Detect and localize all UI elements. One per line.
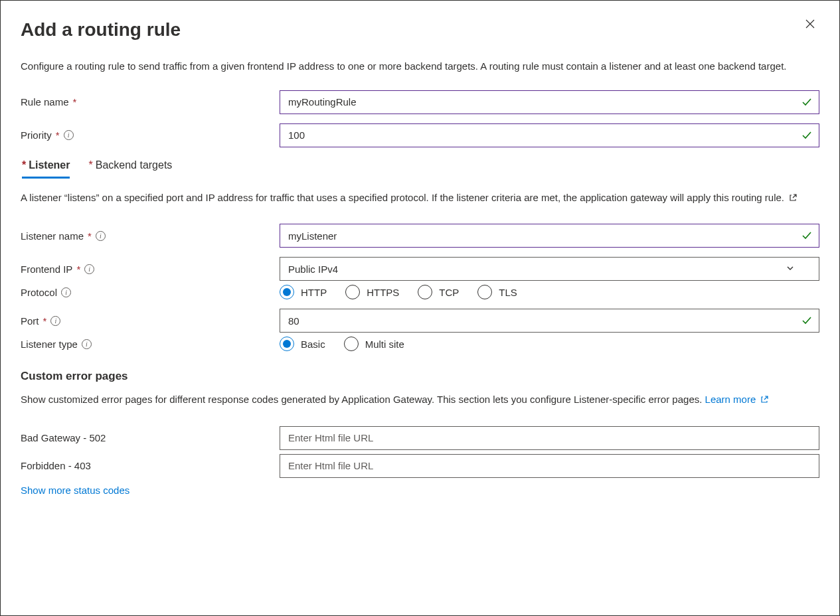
close-icon xyxy=(805,17,815,32)
listener-description: A listener “listens” on a specified port… xyxy=(21,191,819,206)
custom-error-heading: Custom error pages xyxy=(21,370,819,383)
radio-icon xyxy=(280,337,294,351)
tab-listener[interactable]: *Listener xyxy=(22,159,70,179)
info-icon[interactable]: i xyxy=(96,231,106,241)
rule-name-label: Rule name * xyxy=(21,96,280,108)
forbidden-input[interactable] xyxy=(280,454,819,478)
external-link-icon xyxy=(760,395,769,404)
info-icon[interactable]: i xyxy=(82,339,92,349)
required-indicator: * xyxy=(56,129,60,141)
radio-icon xyxy=(418,285,432,299)
port-label: Port * i xyxy=(21,315,280,327)
frontend-ip-select[interactable]: Public IPv4 xyxy=(280,257,819,281)
show-more-status-codes-link[interactable]: Show more status codes xyxy=(21,485,129,496)
protocol-option-https[interactable]: HTTPS xyxy=(345,285,399,299)
priority-input[interactable] xyxy=(280,123,819,147)
radio-icon xyxy=(477,285,492,299)
required-indicator: * xyxy=(76,264,80,275)
protocol-label: Protocol i xyxy=(21,287,280,298)
forbidden-label: Forbidden - 403 xyxy=(21,460,280,471)
required-indicator: * xyxy=(22,159,26,171)
tab-backend-targets[interactable]: *Backend targets xyxy=(88,159,172,179)
protocol-option-tls[interactable]: TLS xyxy=(477,285,517,299)
listener-name-input[interactable] xyxy=(280,224,819,248)
protocol-option-tcp[interactable]: TCP xyxy=(418,285,459,299)
bad-gateway-input[interactable] xyxy=(280,426,819,450)
frontend-ip-label: Frontend IP * i xyxy=(21,264,280,275)
radio-icon xyxy=(345,285,360,299)
listener-type-option-multi[interactable]: Multi site xyxy=(344,337,404,351)
rule-name-input[interactable] xyxy=(280,90,819,114)
protocol-radio-group: HTTP HTTPS TCP TLS xyxy=(280,285,819,299)
info-icon[interactable]: i xyxy=(84,264,94,274)
listener-type-label: Listener type i xyxy=(21,339,280,350)
close-button[interactable] xyxy=(801,14,819,35)
external-link-icon[interactable] xyxy=(788,193,798,202)
port-input[interactable] xyxy=(280,309,819,333)
priority-label: Priority * i xyxy=(21,129,280,141)
chevron-down-icon xyxy=(786,264,795,275)
listener-type-radio-group: Basic Multi site xyxy=(280,337,819,351)
panel-description: Configure a routing rule to send traffic… xyxy=(21,59,819,74)
bad-gateway-label: Bad Gateway - 502 xyxy=(21,432,280,443)
listener-name-label: Listener name * i xyxy=(21,230,280,242)
info-icon[interactable]: i xyxy=(64,130,74,140)
panel-title: Add a routing rule xyxy=(21,19,181,40)
info-icon[interactable]: i xyxy=(50,316,60,326)
required-indicator: * xyxy=(88,230,92,242)
required-indicator: * xyxy=(88,159,92,171)
info-icon[interactable]: i xyxy=(61,287,71,297)
listener-type-option-basic[interactable]: Basic xyxy=(280,337,325,351)
protocol-option-http[interactable]: HTTP xyxy=(280,285,327,299)
frontend-ip-value: Public IPv4 xyxy=(288,264,338,275)
custom-error-description: Show customized error pages for differen… xyxy=(21,392,819,408)
routing-rule-panel: Add a routing rule Configure a routing r… xyxy=(0,0,840,616)
learn-more-link[interactable]: Learn more xyxy=(705,394,770,405)
tab-bar: *Listener *Backend targets xyxy=(21,159,819,179)
required-indicator: * xyxy=(73,96,77,108)
radio-icon xyxy=(344,337,359,351)
required-indicator: * xyxy=(43,315,47,327)
radio-icon xyxy=(280,285,294,299)
